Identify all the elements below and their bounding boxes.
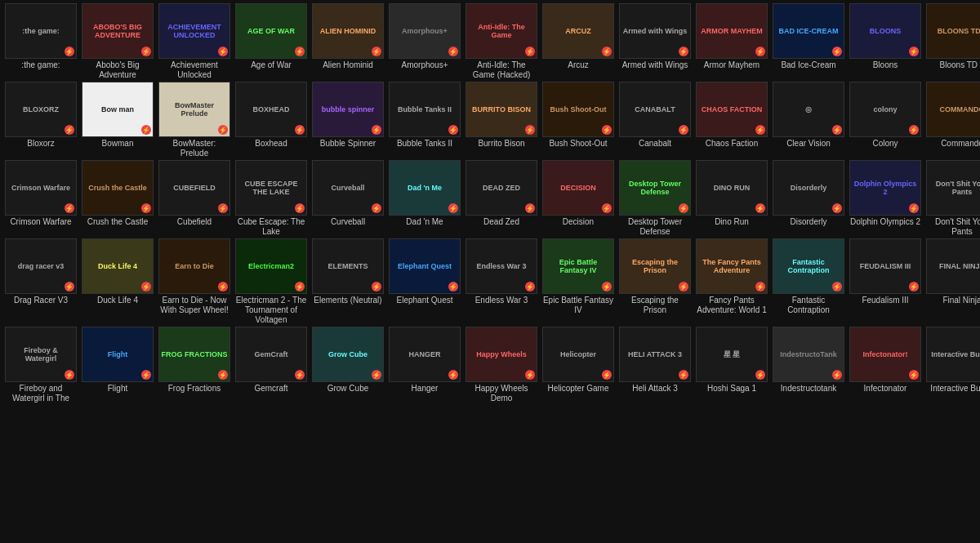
game-item[interactable]: :the game:⚡:the game: — [3, 3, 78, 80]
game-item[interactable]: The Fancy Pants Adventure⚡Fancy Pants Ad… — [694, 238, 769, 325]
game-label: Bad Ice-Cream — [781, 60, 835, 70]
game-item[interactable]: GemCraft⚡Gemcraft — [234, 327, 309, 403]
game-item[interactable]: Bush Shoot-Out⚡Bush Shoot-Out — [541, 82, 616, 158]
game-item[interactable]: Escaping the Prison⚡Escaping the Prison — [617, 238, 693, 325]
game-item[interactable]: Crimson Warfare⚡Crimson Warfare — [3, 160, 78, 237]
flash-badge: ⚡ — [448, 47, 458, 56]
game-item[interactable]: FROG FRACTIONS⚡Frog Fractions — [157, 327, 232, 403]
game-item[interactable]: Dad 'n Me⚡Dad 'n Me — [387, 160, 462, 237]
flash-badge: ⚡ — [832, 203, 842, 213]
game-item[interactable]: Anti-Idle: The Game⚡Anti-Idle: The Game … — [464, 3, 539, 80]
game-item[interactable]: Bow man⚡Bowman — [80, 82, 155, 158]
game-item[interactable]: ELEMENTS⚡Elements (Neutral) — [310, 238, 385, 325]
game-item[interactable]: DEAD ZED⚡Dead Zed — [464, 160, 539, 237]
game-item[interactable]: ◎⚡Clear Vision — [771, 82, 846, 158]
game-item[interactable]: CUBEFIELD⚡Cubefield — [157, 160, 232, 237]
game-item[interactable]: DECISION⚡Decision — [541, 160, 616, 237]
game-item[interactable]: Armed with Wings⚡Armed with Wings — [617, 3, 693, 80]
game-label: Burrito Bison — [478, 139, 524, 149]
game-label: Bush Shoot-Out — [549, 139, 607, 149]
flash-badge: ⚡ — [372, 125, 381, 135]
game-item[interactable]: Curveball⚡Curveball — [310, 160, 385, 237]
game-label: Amorphous+ — [402, 60, 448, 70]
flash-badge: ⚡ — [525, 47, 535, 56]
game-item[interactable]: Crush the Castle⚡Crush the Castle — [80, 160, 155, 237]
game-item[interactable]: HANGER⚡Hanger — [387, 327, 462, 403]
game-thumbnail: BLOONS TD 5 — [927, 4, 980, 58]
game-item[interactable]: Earn to Die⚡Earn to Die - Now With Super… — [157, 238, 232, 325]
flash-badge: ⚡ — [909, 47, 919, 56]
flash-badge: ⚡ — [65, 282, 74, 292]
game-item[interactable]: BLOXORZ⚡Bloxorz — [3, 82, 78, 158]
game-label: Bowman — [102, 139, 134, 149]
game-item[interactable]: FEUDALISM III⚡Feudalism III — [848, 238, 923, 325]
flash-badge: ⚡ — [295, 47, 305, 56]
flash-badge: ⚡ — [372, 282, 381, 292]
game-label: Bubble Tanks II — [397, 139, 452, 149]
game-label: Dad 'n Me — [406, 217, 443, 227]
game-item[interactable]: ARCUZ⚡Arcuz — [541, 3, 616, 80]
game-item[interactable]: Dolphin Olympics 2⚡Dolphin Olympics 2 — [848, 160, 923, 237]
game-item[interactable]: Electricman2⚡Electricman 2 - The Tournam… — [234, 238, 309, 325]
game-item[interactable]: CANABALT⚡Canabalt — [617, 82, 693, 158]
game-item[interactable]: Disorderly⚡Disorderly — [771, 160, 846, 237]
game-label: Flight — [108, 384, 127, 394]
game-item[interactable]: Elephant Quest⚡Elephant Quest — [387, 238, 462, 325]
game-item[interactable]: Fireboy & Watergirl⚡Fireboy and Watergir… — [3, 327, 78, 403]
game-label: Commando — [941, 139, 980, 149]
game-item[interactable]: Endless War 3⚡Endless War 3 — [464, 238, 539, 325]
game-label: Dead Zed — [483, 217, 519, 227]
flash-badge: ⚡ — [525, 282, 535, 292]
game-item[interactable]: BAD ICE-CREAM⚡Bad Ice-Cream — [771, 3, 846, 80]
game-label: Fantastic Contraption — [773, 296, 844, 315]
game-item[interactable]: FINAL NINJA⚡Final Ninja — [924, 238, 980, 325]
game-label: Endless War 3 — [475, 296, 528, 305]
game-item[interactable]: ALIEN HOMINID⚡Alien Hominid — [310, 3, 385, 80]
game-item[interactable]: drag racer v3⚡Drag Racer V3 — [3, 238, 78, 325]
game-item[interactable]: Amorphous+⚡Amorphous+ — [387, 3, 462, 80]
game-item[interactable]: bubble spinner⚡Bubble Spinner — [310, 82, 385, 158]
game-item[interactable]: BOXHEAD⚡Boxhead — [234, 82, 309, 158]
game-item[interactable]: AGE OF WAR⚡Age of War — [234, 3, 309, 80]
game-item[interactable]: ACHIEVEMENT UNLOCKED⚡Achievement Unlocke… — [157, 3, 232, 80]
flash-badge: ⚡ — [755, 203, 765, 213]
flash-badge: ⚡ — [832, 370, 842, 380]
flash-badge: ⚡ — [602, 125, 612, 135]
game-item[interactable]: Don't Shit Your Pants⚡Don't Shit Your Pa… — [924, 160, 980, 237]
game-item[interactable]: ARMOR MAYHEM⚡Armor Mayhem — [694, 3, 769, 80]
game-thumbnail: Interactive Buddy — [927, 327, 980, 381]
game-item[interactable]: Grow Cube⚡Grow Cube — [310, 327, 385, 403]
game-item[interactable]: BLOONS TD 5⚡Bloons TD 5 — [924, 3, 980, 80]
game-item[interactable]: Fantastic Contraption⚡Fantastic Contrapt… — [771, 238, 846, 325]
game-label: Chaos Faction — [706, 139, 758, 149]
game-item[interactable]: CHAOS FACTION⚡Chaos Faction — [694, 82, 769, 158]
game-item[interactable]: COMMANDO⚡Commando — [924, 82, 980, 158]
game-item[interactable]: Bubble Tanks II⚡Bubble Tanks II — [387, 82, 462, 158]
game-item[interactable]: Infectonator!⚡Infectonator — [848, 327, 923, 403]
game-label: Elephant Quest — [397, 296, 453, 305]
flash-badge: ⚡ — [909, 125, 919, 135]
game-item[interactable]: colony⚡Colony — [848, 82, 923, 158]
game-label: Gemcraft — [254, 384, 287, 394]
game-item[interactable]: HELI ATTACK 3⚡Heli Attack 3 — [617, 327, 693, 403]
game-item[interactable]: Happy Wheels⚡Happy Wheels Demo — [464, 327, 539, 403]
game-label: Final Ninja — [942, 296, 980, 305]
game-item[interactable]: BowMaster Prelude⚡BowMaster: Prelude — [157, 82, 232, 158]
game-item[interactable]: Helicopter⚡Helicopter Game — [541, 327, 616, 403]
game-item[interactable]: 星 星⚡Hoshi Saga 1 — [694, 327, 769, 403]
game-item[interactable]: DINO RUN⚡Dino Run — [694, 160, 769, 237]
game-item[interactable]: ABOBO'S BIG ADVENTURE⚡Abobo's Big Advent… — [80, 3, 155, 80]
flash-badge: ⚡ — [832, 47, 842, 56]
game-item[interactable]: BLOONS⚡Bloons — [848, 3, 923, 80]
game-item[interactable]: Epic Battle Fantasy IV⚡Epic Battle Fanta… — [541, 238, 616, 325]
game-item[interactable]: Interactive Buddy⚡Interactive Buddy — [924, 327, 980, 403]
game-label: Clear Vision — [786, 139, 831, 149]
game-item[interactable]: Desktop Tower Defense⚡Desktop Tower Defe… — [617, 160, 693, 237]
game-item[interactable]: BURRITO BISON⚡Burrito Bison — [464, 82, 539, 158]
flash-badge: ⚡ — [755, 370, 765, 380]
game-label: Arcuz — [568, 60, 589, 70]
game-item[interactable]: Duck Life 4⚡Duck Life 4 — [80, 238, 155, 325]
game-item[interactable]: CUBE ESCAPE THE LAKE⚡Cube Escape: The La… — [234, 160, 309, 237]
game-item[interactable]: IndestructoTank⚡Indestructotank — [771, 327, 846, 403]
game-item[interactable]: Flight⚡Flight — [80, 327, 155, 403]
